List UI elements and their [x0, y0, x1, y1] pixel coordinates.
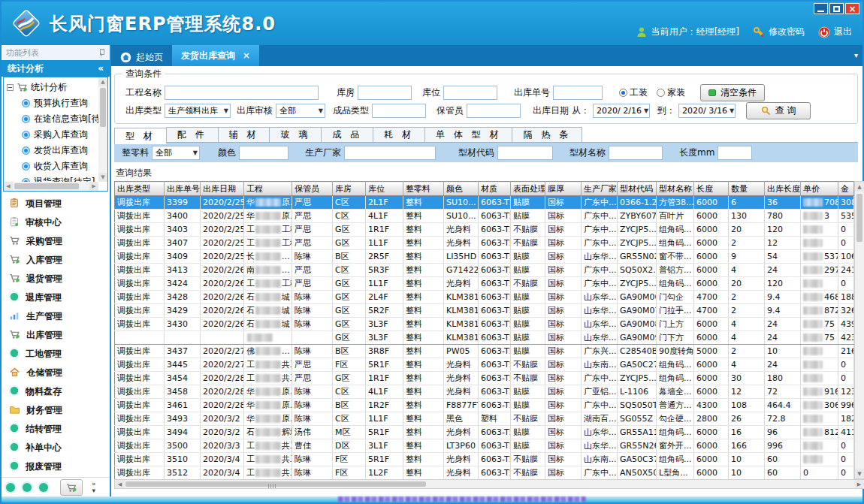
table-row[interactable]: 调拨出库33992020/2/25华原...严思C区2L1F整料SU10...6…	[115, 196, 854, 210]
tree-item[interactable]: 发货出库查询	[7, 143, 98, 158]
clear-conditions-button[interactable]: 清空条件	[700, 84, 765, 101]
table-row[interactable]: 调拨出库34452020/2/27工共工程严思F区5R1F整料光身料6063-T…	[115, 358, 854, 372]
module-dot-icon[interactable]	[6, 483, 15, 492]
tree-vertical-scrollbar[interactable]: ▲ ▼	[98, 77, 107, 182]
collapse-icon[interactable]: «	[98, 63, 104, 74]
location-input[interactable]	[443, 86, 497, 100]
menu-item[interactable]: 生产管理	[2, 307, 110, 326]
radio-home-decor[interactable]: 家装	[657, 86, 685, 99]
table-row[interactable]: 调拨出库34002020/2/25华原...严思C区4L1F整料SU10...6…	[115, 210, 854, 223]
close-icon[interactable]: ×	[845, 3, 859, 14]
order-no-input[interactable]	[553, 86, 603, 100]
audit-select[interactable]: 全部▼	[276, 104, 325, 118]
menu-item[interactable]: 退库管理	[2, 288, 110, 307]
maximize-icon[interactable]	[829, 3, 844, 14]
warehouse-input[interactable]	[358, 86, 412, 100]
menu-item[interactable]: 采购管理	[2, 232, 110, 251]
out-type-select[interactable]: 生产领料出库▼	[165, 104, 231, 118]
menu-item[interactable]: 财务管理	[2, 401, 110, 420]
tree-item[interactable]: 收货入库查询	[7, 158, 98, 174]
menu-item[interactable]: 出库管理	[2, 326, 110, 345]
grid-vertical-scrollbar[interactable]: ▲ ▼	[854, 181, 864, 479]
material-tab[interactable]: 隔 热 条	[512, 127, 582, 142]
table-row[interactable]: 调拨出库34242020/2/26工工程严思G区1L1F整料光身料6063-T5…	[115, 277, 854, 291]
date-from-picker[interactable]: 2020/ 2/16▼	[593, 104, 650, 118]
material-tab[interactable]: 辅 材	[218, 127, 270, 142]
table-row[interactable]: 调拨出库34292020/2/26石城陈琳G区5R2F整料KLM38176063…	[115, 304, 854, 318]
pin-icon[interactable]	[98, 49, 105, 56]
column-header[interactable]: 金	[838, 182, 854, 196]
menu-item[interactable]: 项目管理	[2, 195, 110, 213]
sidebar-group-statistics[interactable]: 统计分析 «	[2, 60, 110, 77]
table-row[interactable]: 调拨出库34932020/3/2华原...陈琳C区1L1F整料黑色塑料不贴膜国标…	[115, 412, 854, 426]
menu-overflow-button[interactable]: »▾	[92, 481, 96, 494]
table-row[interactable]: 调拨出库34072020/2/25工工程严思G区1L1F整料光身料6063-T5…	[115, 237, 854, 250]
column-header[interactable]: 膜厚	[545, 182, 582, 196]
column-header[interactable]: 材质	[479, 182, 511, 196]
profile-code-input[interactable]	[497, 146, 553, 160]
column-header[interactable]: 表面处理	[511, 182, 545, 196]
material-tab[interactable]: 单 体 型 材	[424, 127, 512, 142]
material-tab[interactable]: 耗 材	[373, 127, 424, 142]
table-row[interactable]: 调拨出库35122020/3/4工共工程陈琳F区1L2F整料光身料6063-T5…	[115, 466, 854, 480]
tree-item[interactable]: 在途信息查询[待	[7, 111, 98, 127]
material-tab[interactable]: 配 件	[166, 127, 218, 142]
column-header[interactable]: 生产厂家	[582, 182, 618, 196]
minimize-icon[interactable]	[814, 3, 828, 14]
module-dot-icon[interactable]	[23, 483, 32, 492]
column-header[interactable]: 工程	[244, 182, 292, 196]
tab-overflow-icon[interactable]: ▾	[854, 51, 858, 59]
menu-item[interactable]: 退货管理	[2, 270, 110, 288]
table-row[interactable]: 调拨出库34132020/2/26南...严思C区5R3F整料G71422606…	[115, 264, 854, 277]
profile-name-input[interactable]	[609, 146, 663, 160]
table-row[interactable]: 调拨出库34372020/2/27佛...陈琳B区3R8F整料PW056063-…	[115, 345, 854, 358]
module-dot-icon[interactable]	[39, 483, 48, 492]
material-tab[interactable]: 型 材	[114, 128, 166, 144]
table-row[interactable]: 调拨出库35002020/3/3工共工程曹佳D区3L1F整料LT3P606063…	[115, 439, 854, 453]
column-header[interactable]: 出库日期	[201, 182, 244, 196]
menu-item[interactable]: 报废管理	[2, 457, 110, 476]
menu-item[interactable]: 审核中心	[2, 213, 110, 232]
change-password-button[interactable]: 修改密码	[753, 26, 805, 38]
column-header[interactable]: 单价	[801, 182, 838, 196]
tab-close-icon[interactable]: ×	[243, 50, 250, 61]
keeper-input[interactable]	[467, 104, 521, 118]
grid-horizontal-scrollbar[interactable]: ◀ ▶	[114, 479, 864, 489]
menu-item[interactable]: 物料盘存	[2, 382, 110, 401]
project-name-input[interactable]	[165, 86, 319, 100]
column-header[interactable]: 出库类型	[115, 182, 165, 196]
factory-input[interactable]	[344, 146, 436, 160]
tab-shipping-outbound-query[interactable]: 发货出库查询 ×	[172, 45, 259, 66]
tree-expander-icon[interactable]	[7, 84, 14, 91]
product-type-input[interactable]	[372, 104, 426, 118]
radio-industrial[interactable]: 工装	[619, 86, 648, 99]
column-header[interactable]: 数量	[729, 182, 765, 196]
column-header[interactable]: 保管员	[292, 182, 333, 196]
tree-item[interactable]: 预算执行查询	[7, 95, 98, 111]
column-header[interactable]: 库房	[333, 182, 366, 196]
table-row[interactable]: 调拨出库34542020/2/28工共工程严思G区1R1F整料光身料6063-T…	[115, 372, 854, 385]
column-header[interactable]: 整零料	[403, 182, 444, 196]
column-header[interactable]: 库位	[366, 182, 403, 196]
menu-item[interactable]: 结转管理	[2, 420, 110, 439]
tree-item[interactable]: 采购入库查询	[7, 127, 98, 143]
column-header[interactable]: 型材代码	[618, 182, 657, 196]
length-input[interactable]	[717, 146, 752, 160]
table-row[interactable]: 调拨出库34612020/2/28华原...陈琳B区1R2F整料F8877FT6…	[115, 399, 854, 412]
search-button[interactable]: 查 询	[746, 102, 811, 119]
menu-item[interactable]: 仓储管理	[2, 364, 110, 382]
whole-piece-select[interactable]: 全部▼	[152, 146, 200, 160]
logout-button[interactable]: 退出	[818, 26, 852, 38]
color-input[interactable]	[239, 146, 289, 160]
menu-item[interactable]: 补单中心	[2, 439, 110, 457]
table-row[interactable]: 调拨出库34032020/2/25工工程严思G区1R1F整料光身料6063-T5…	[115, 223, 854, 237]
menu-item[interactable]: 工地管理	[2, 345, 110, 364]
cart-shortcut-button[interactable]	[60, 479, 83, 496]
table-row[interactable]: 调拨出库34092020/2/25长...陈琳B区2R5F整料LI35HD606…	[115, 250, 854, 264]
table-row[interactable]: 调拨出库34302020/2/26石城陈琳G区3L3F整料KLM38176063…	[115, 318, 854, 331]
table-row[interactable]: 调拨出库34282020/2/26石城陈琳G区2L4F整料KLM38176063…	[115, 291, 854, 304]
material-tab[interactable]: 成 品	[321, 127, 373, 142]
column-header[interactable]: 长度	[694, 182, 729, 196]
tab-home[interactable]: 起始页	[111, 48, 172, 66]
column-header[interactable]: 出库长度	[765, 182, 801, 196]
